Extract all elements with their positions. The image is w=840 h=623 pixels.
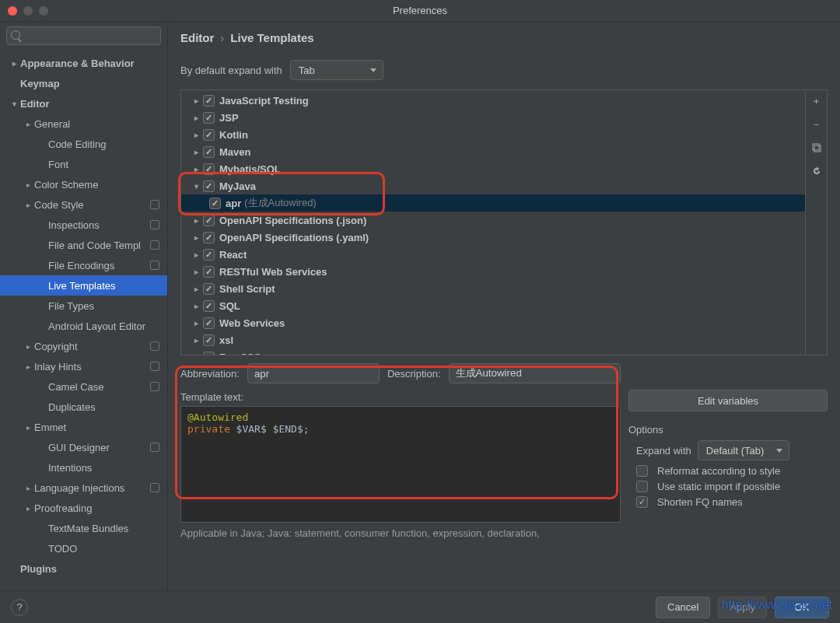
checkbox[interactable] (203, 317, 215, 329)
checkbox[interactable] (203, 249, 215, 261)
cancel-button[interactable]: Cancel (656, 597, 710, 618)
template-group[interactable]: ▸Web Services (181, 314, 805, 331)
sidebar-item[interactable]: ▸Live Templates (0, 275, 167, 296)
checkbox[interactable] (203, 112, 215, 124)
scope-icon (150, 362, 159, 371)
template-item[interactable]: apr (生成Autowired) (181, 194, 805, 212)
template-label: SQL (219, 300, 240, 312)
template-text-editor[interactable]: @Autowired private $VAR$ $END$; (180, 406, 621, 523)
chevron-right-icon: ▸ (22, 484, 34, 492)
sidebar-item[interactable]: ▸Appearance & Behavior (0, 53, 167, 73)
search-input[interactable] (6, 26, 161, 45)
templates-tree[interactable]: ▸JavaScript Testing▸JSP▸Kotlin▸Maven▸Myb… (181, 90, 805, 355)
sidebar-item[interactable]: ▸File Encodings (0, 255, 167, 275)
checkbox[interactable] (203, 163, 215, 175)
checkbox[interactable] (203, 129, 215, 141)
sidebar-item[interactable]: ▸Language Injections (0, 478, 167, 498)
template-group[interactable]: ▸OpenAPI Specifications (.yaml) (181, 229, 805, 246)
sidebar-item[interactable]: ▸Emmet (0, 417, 167, 437)
template-group[interactable]: ▸OpenAPI Specifications (.json) (181, 212, 805, 229)
settings-tree[interactable]: ▸Appearance & Behavior▸Keymap▾Editor▸Gen… (0, 50, 167, 590)
checkbox[interactable] (209, 198, 221, 209)
sidebar-item[interactable]: ▸GUI Designer (0, 437, 167, 457)
checkbox[interactable] (203, 180, 215, 192)
remove-icon[interactable]: － (810, 118, 823, 131)
shorten-fq-checkbox[interactable] (636, 496, 648, 508)
help-button[interactable]: ? (11, 599, 28, 616)
sidebar-item-label: TODO (48, 543, 77, 555)
chevron-right-icon: › (220, 31, 224, 44)
expand-with-select[interactable]: Default (Tab) (698, 440, 789, 460)
sidebar-item[interactable]: ▸File and Code Templ (0, 235, 167, 255)
template-group[interactable]: ▸React (181, 246, 805, 263)
sidebar-item[interactable]: ▸Inlay Hints (0, 356, 167, 376)
sidebar-item[interactable]: ▸Font (0, 154, 167, 174)
static-import-checkbox[interactable] (636, 481, 648, 492)
sidebar-item[interactable]: ▸Inspections (0, 215, 167, 235)
checkbox[interactable] (203, 266, 215, 278)
sidebar-item-label: File Encodings (48, 260, 114, 271)
copy-icon[interactable] (810, 142, 823, 154)
template-group[interactable]: ▸Kotlin (181, 126, 805, 143)
sidebar-item-label: Emmet (34, 422, 66, 433)
chevron-right-icon: ▸ (191, 285, 201, 293)
sidebar-item[interactable]: ▸Keymap (0, 73, 167, 93)
breadcrumb: Editor › Live Templates (168, 22, 840, 54)
chevron-right-icon: ▸ (22, 423, 34, 432)
template-label: Mybatis/SQL (219, 163, 281, 175)
sidebar-item[interactable]: ▸TextMate Bundles (0, 518, 167, 538)
sidebar-item[interactable]: ▸Android Layout Editor (0, 316, 167, 336)
template-group[interactable]: ▸SQL (181, 297, 805, 314)
sidebar-item[interactable]: ▸Color Scheme (0, 174, 167, 194)
sidebar-item[interactable]: ▸Code Editing (0, 134, 167, 154)
checkbox[interactable] (203, 232, 215, 243)
template-group[interactable]: ▾MyJava (181, 177, 805, 194)
checkbox[interactable] (203, 334, 215, 346)
template-group[interactable]: ▸xsl (181, 331, 805, 348)
template-group[interactable]: ▸Mybatis/SQL (181, 160, 805, 177)
template-group[interactable]: ▸Maven (181, 143, 805, 160)
static-import-label: Use static import if possible (657, 481, 780, 492)
add-icon[interactable]: ＋ (810, 95, 823, 107)
template-group[interactable]: ▸JSP (181, 109, 805, 126)
scope-icon (150, 261, 159, 270)
sidebar-item[interactable]: ▸Camel Case (0, 376, 167, 397)
sidebar-item[interactable]: ▸Intentions (0, 457, 167, 478)
template-group[interactable]: ▸RESTful Web Services (181, 263, 805, 280)
template-group[interactable]: ▸Zen CSS (181, 348, 805, 355)
options-title: Options (628, 424, 828, 436)
chevron-right-icon: ▸ (22, 201, 34, 209)
default-expand-select[interactable]: Tab (290, 60, 383, 80)
checkbox[interactable] (203, 300, 215, 312)
sidebar-item[interactable]: ▸Code Style (0, 194, 167, 215)
abbrev-input[interactable] (247, 363, 380, 383)
checkbox[interactable] (203, 95, 215, 107)
template-label: OpenAPI Specifications (.json) (219, 215, 366, 226)
breadcrumb-live-templates: Live Templates (230, 31, 313, 44)
template-group[interactable]: ▸JavaScript Testing (181, 92, 805, 109)
sidebar-item[interactable]: ▸Plugins (0, 558, 167, 579)
sidebar-item[interactable]: ▸Duplicates (0, 397, 167, 417)
template-label: Maven (219, 146, 250, 158)
sidebar-item[interactable]: ▸File Types (0, 296, 167, 316)
checkbox[interactable] (203, 352, 215, 355)
sidebar-item-label: Keymap (20, 78, 60, 89)
checkbox[interactable] (203, 283, 215, 295)
template-group[interactable]: ▸Shell Script (181, 280, 805, 297)
applicable-context[interactable]: Applicable in Java; Java: statement, con… (180, 527, 828, 539)
sidebar-item[interactable]: ▸General (0, 114, 167, 134)
sidebar-item[interactable]: ▸Proofreading (0, 498, 167, 518)
sidebar-item-label: Editor (20, 98, 50, 110)
checkbox[interactable] (203, 215, 215, 226)
desc-input[interactable] (449, 363, 621, 383)
edit-variables-button[interactable]: Edit variables (628, 390, 828, 411)
breadcrumb-editor[interactable]: Editor (180, 31, 214, 44)
chevron-right-icon: ▸ (191, 250, 201, 259)
sidebar-item[interactable]: ▸TODO (0, 538, 167, 558)
revert-icon[interactable] (810, 165, 823, 177)
reformat-checkbox[interactable] (636, 465, 648, 477)
sidebar-item[interactable]: ▾Editor (0, 93, 167, 114)
sidebar-item[interactable]: ▸Copyright (0, 336, 167, 356)
sidebar-item-label: Color Scheme (34, 179, 98, 191)
checkbox[interactable] (203, 146, 215, 158)
